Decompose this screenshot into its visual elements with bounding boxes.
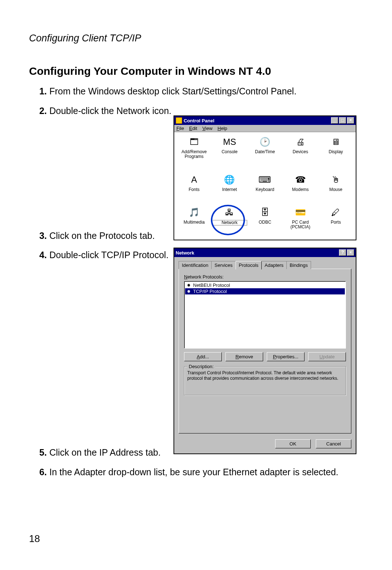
network-dialog: Network ? × IdentificationServicesProtoc…	[173, 248, 356, 454]
protocol-icon: ✹	[186, 289, 192, 294]
control-panel-titlebar[interactable]: Control Panel _ □ ×	[174, 116, 356, 125]
remove-button[interactable]: Remove	[225, 352, 263, 361]
cp-item-label: Display	[318, 150, 354, 154]
date-icon: 🕑	[258, 136, 272, 148]
menu-edit[interactable]: Edit	[189, 126, 197, 131]
internet-icon: 🌐	[222, 174, 236, 186]
cp-item-label: Fonts	[176, 187, 212, 192]
cancel-button[interactable]: Cancel	[316, 439, 351, 448]
pc-icon: 💳	[294, 206, 307, 219]
close-button[interactable]: ×	[347, 117, 354, 124]
cp-item-display[interactable]: 🖥Display	[318, 136, 354, 167]
network-titlebar[interactable]: Network ? ×	[174, 248, 356, 257]
protocol-name: NetBEUI Protocol	[193, 282, 230, 288]
add-icon: 🗔	[187, 136, 201, 148]
devices-icon: 🖨	[294, 136, 307, 148]
cp-item-ports[interactable]: 🖊Ports	[318, 206, 354, 237]
cp-item-label: Devices	[283, 150, 318, 154]
chapter-title: Configuring Client TCP/IP	[29, 33, 363, 44]
control-panel-window: Control Panel _ □ × File Edit View Help …	[173, 115, 356, 240]
network-icon: 🖧	[222, 206, 236, 219]
console-icon: MS	[222, 136, 236, 148]
tab-identification[interactable]: Identification	[179, 261, 212, 269]
cp-item-mouse[interactable]: 🖱Mouse	[318, 174, 354, 200]
display-icon: 🖥	[329, 136, 343, 148]
cp-item-internet[interactable]: 🌐Internet	[212, 174, 248, 200]
cp-item-modems[interactable]: ☎Modems	[283, 174, 318, 200]
cp-item-console[interactable]: MSConsole	[212, 136, 248, 167]
description-label: Description:	[187, 364, 215, 370]
control-panel-menubar: File Edit View Help	[174, 125, 356, 132]
odbc-icon: 🗄	[258, 206, 272, 219]
control-panel-body: 🗔Add/Remove ProgramsMSConsole🕑Date/Time🖨…	[174, 132, 356, 240]
cp-item-label: Ports	[318, 220, 354, 225]
cp-item-label: Console	[212, 150, 248, 154]
cp-item-pc-card-pcmcia[interactable]: 💳PC Card (PCMCIA)	[283, 206, 318, 237]
control-panel-title: Control Panel	[184, 118, 215, 123]
network-tabs: IdentificationServicesProtocolsAdaptersB…	[179, 261, 351, 269]
add-button[interactable]: Add...	[184, 352, 222, 361]
cp-item-label: PC Card (PCMCIA)	[283, 220, 318, 229]
protocol-icon: ✹	[186, 283, 192, 288]
protocol-item[interactable]: ✹TCP/IP Protocol	[185, 288, 345, 294]
cp-item-label: Modems	[283, 187, 318, 192]
modems-icon: ☎	[294, 174, 307, 186]
cp-item-keyboard[interactable]: ⌨Keyboard	[247, 174, 283, 200]
cp-item-label: Date/Time	[247, 150, 283, 154]
cp-item-label: Keyboard	[247, 187, 283, 192]
cp-item-fonts[interactable]: AFonts	[176, 174, 212, 200]
cp-item-multimedia[interactable]: 🎵Multimedia	[176, 206, 212, 237]
fonts-icon: A	[187, 174, 201, 186]
cp-item-label: Network	[212, 220, 248, 225]
cp-item-label: Multimedia	[176, 220, 212, 225]
cp-item-odbc[interactable]: 🗄ODBC	[247, 206, 283, 237]
step-6: In the Adapter drop-down list, be sure y…	[49, 466, 363, 479]
page-number: 18	[29, 533, 40, 545]
cp-item-label: Mouse	[318, 187, 354, 192]
protocol-item[interactable]: ✹NetBEUI Protocol	[185, 282, 345, 288]
cp-item-devices[interactable]: 🖨Devices	[283, 136, 318, 167]
cp-item-label: Internet	[212, 187, 248, 192]
protocols-list-label: Network Protocols:	[184, 274, 346, 280]
update-button: Update	[308, 352, 346, 361]
maximize-button[interactable]: □	[339, 117, 346, 124]
control-panel-icon	[176, 117, 182, 124]
ports-icon: 🖊	[329, 206, 343, 219]
menu-help[interactable]: Help	[217, 126, 227, 131]
description-groupbox: Description: Transport Control Protocol/…	[184, 366, 346, 395]
tab-bindings[interactable]: Bindings	[286, 261, 311, 269]
section-title: Configuring Your Computer in Windows NT …	[29, 65, 363, 77]
description-text: Transport Control Protocol/Internet Prot…	[187, 370, 338, 381]
cp-item-label: Add/Remove Programs	[176, 150, 212, 159]
multimedia-icon: 🎵	[187, 206, 201, 219]
mouse-icon: 🖱	[329, 174, 343, 186]
ok-button[interactable]: OK	[275, 439, 311, 448]
step-1: From the Windows desktop click Start/Set…	[49, 85, 363, 98]
keyboard-icon: ⌨	[258, 174, 272, 186]
protocol-name: TCP/IP Protocol	[193, 289, 227, 294]
properties-button[interactable]: Properties...	[267, 352, 305, 361]
cp-item-date-time[interactable]: 🕑Date/Time	[247, 136, 283, 167]
cp-item-add-remove-programs[interactable]: 🗔Add/Remove Programs	[176, 136, 212, 167]
tab-adapters[interactable]: Adapters	[261, 261, 287, 269]
menu-view[interactable]: View	[202, 126, 212, 131]
protocols-listbox[interactable]: ✹NetBEUI Protocol✹TCP/IP Protocol	[184, 281, 346, 349]
close-button[interactable]: ×	[347, 249, 354, 256]
protocols-panel: Network Protocols: ✹NetBEUI Protocol✹TCP…	[179, 269, 351, 433]
network-title: Network	[176, 250, 194, 256]
help-button[interactable]: ?	[339, 249, 346, 256]
cp-item-network[interactable]: 🖧Network	[212, 206, 248, 237]
tab-services[interactable]: Services	[211, 261, 236, 269]
cp-item-label: ODBC	[247, 220, 283, 225]
minimize-button[interactable]: _	[331, 117, 338, 124]
menu-file[interactable]: File	[176, 126, 184, 131]
tab-protocols[interactable]: Protocols	[236, 261, 262, 269]
